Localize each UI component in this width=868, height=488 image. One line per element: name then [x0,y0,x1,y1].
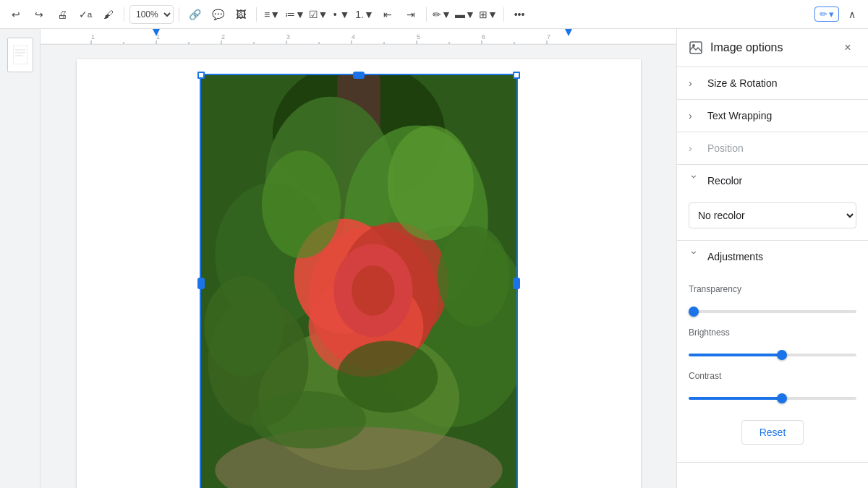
collapse-button[interactable]: ∧ [842,4,862,25]
reset-button[interactable]: Reset [741,420,804,445]
indent-right-button[interactable]: ⇥ [401,4,421,25]
section-recolor: › Recolor No recolor Grayscale Light 1 L… [677,165,868,241]
section-adjustments: › Adjustments Transparency Brightness Co… [677,241,868,463]
image-content [201,75,516,488]
section-text-wrapping: › Text Wrapping [677,100,868,132]
handle-top-left[interactable] [197,72,205,79]
svg-text:5: 5 [417,33,420,40]
toolbar: ↩ ↪ 🖨 ✓a 🖌 100% 75% 150% 🔗 💬 🖼 ≡▼ ≔▼ ☑▼ … [0,0,868,29]
divider-2 [179,7,179,22]
pen-icon: ✏ [820,9,827,20]
size-rotation-label: Size & Rotation [707,77,778,89]
svg-rect-0 [13,46,27,64]
recolor-content: No recolor Grayscale Light 1 Light 2 Dar… [677,197,868,240]
adjustments-label: Adjustments [707,251,763,262]
handle-top-right[interactable] [513,72,520,79]
svg-text:2: 2 [221,33,225,40]
transparency-slider[interactable] [689,310,856,313]
panel-image-icon [689,40,703,55]
divider-1 [124,7,124,22]
svg-point-49 [438,226,509,327]
contrast-label: Contrast [689,371,856,381]
num-list-button[interactable]: 1.▼ [354,4,375,25]
panel-header: Image options × [677,29,868,67]
svg-text:4: 4 [352,33,355,40]
divider-5 [503,7,504,22]
more-button[interactable]: ••• [509,4,529,25]
svg-text:6: 6 [482,33,485,40]
page-thumbnail[interactable] [7,38,33,72]
svg-rect-4 [41,29,676,45]
svg-text:3: 3 [286,33,290,40]
zoom-select[interactable]: 100% 75% 150% [129,5,174,24]
section-size-rotation: › Size & Rotation [677,67,868,100]
svg-text:1: 1 [91,33,95,40]
section-recolor-header[interactable]: › Recolor [677,165,868,197]
handle-middle-left[interactable] [197,278,205,289]
panel-title: Image options [710,41,832,54]
transparency-label: Transparency [689,284,856,294]
contrast-slider[interactable] [689,397,856,400]
panel-close-button[interactable]: × [839,39,856,56]
redo-button[interactable]: ↪ [29,4,49,25]
svg-point-52 [251,391,366,448]
section-position: › Position [677,132,868,165]
position-chevron-icon: › [689,142,700,154]
size-rotation-chevron-icon: › [689,77,700,89]
main-area: 1 1 2 3 4 5 6 7 [0,29,868,488]
document-scroll[interactable] [41,45,676,488]
document-area: 1 1 2 3 4 5 6 7 [41,29,676,488]
undo-button[interactable]: ↩ [6,4,26,25]
section-size-rotation-header[interactable]: › Size & Rotation [677,67,868,99]
bullet-button[interactable]: • ▼ [331,4,352,25]
svg-point-47 [387,126,473,241]
adjustments-content: Transparency Brightness Contrast Reset [677,273,868,462]
link-button[interactable]: 🔗 [184,4,205,25]
brightness-slider[interactable] [689,354,856,356]
document-page [77,59,641,488]
svg-point-50 [204,276,283,377]
brightness-label: Brightness [689,328,856,338]
section-adjustments-header[interactable]: › Adjustments [677,241,868,273]
section-position-header: › Position [677,132,868,164]
horizontal-ruler: 1 1 2 3 4 5 6 7 [41,29,676,45]
adjustments-chevron-icon: › [689,251,700,262]
text-wrapping-label: Text Wrapping [707,110,772,121]
svg-point-48 [261,150,340,258]
svg-point-46 [352,265,395,316]
selected-image[interactable] [200,74,518,488]
align-button[interactable]: ≡▼ [262,4,282,25]
pen-dropdown-icon: ▾ [829,9,834,20]
table-button[interactable]: ⊞▼ [478,4,498,25]
checklist-button[interactable]: ☑▼ [308,4,328,25]
border-button[interactable]: ▬▼ [455,4,475,25]
indent-left-button[interactable]: ⇤ [378,4,398,25]
left-sidebar [0,29,41,488]
pen-mode-button[interactable]: ✏ ▾ [814,7,839,22]
svg-text:7: 7 [547,33,550,40]
highlight-button[interactable]: ✏▼ [432,4,452,25]
section-text-wrapping-header[interactable]: › Text Wrapping [677,100,868,132]
recolor-label: Recolor [707,175,742,187]
print-button[interactable]: 🖨 [52,4,72,25]
comment-button[interactable]: 💬 [208,4,228,25]
list-button[interactable]: ≔▼ [285,4,305,25]
text-wrapping-chevron-icon: › [689,110,700,121]
image-button[interactable]: 🖼 [231,4,251,25]
divider-3 [256,7,257,22]
spellcheck-button[interactable]: ✓a [75,4,95,25]
paint-button[interactable]: 🖌 [98,4,119,25]
divider-4 [426,7,427,22]
recolor-dropdown[interactable]: No recolor Grayscale Light 1 Light 2 Dar… [689,202,856,228]
right-panel: Image options × › Size & Rotation › Text… [676,29,868,488]
handle-top-middle[interactable] [353,72,365,79]
recolor-chevron-icon: › [689,175,700,187]
handle-middle-right[interactable] [513,278,520,289]
position-label: Position [707,142,744,154]
